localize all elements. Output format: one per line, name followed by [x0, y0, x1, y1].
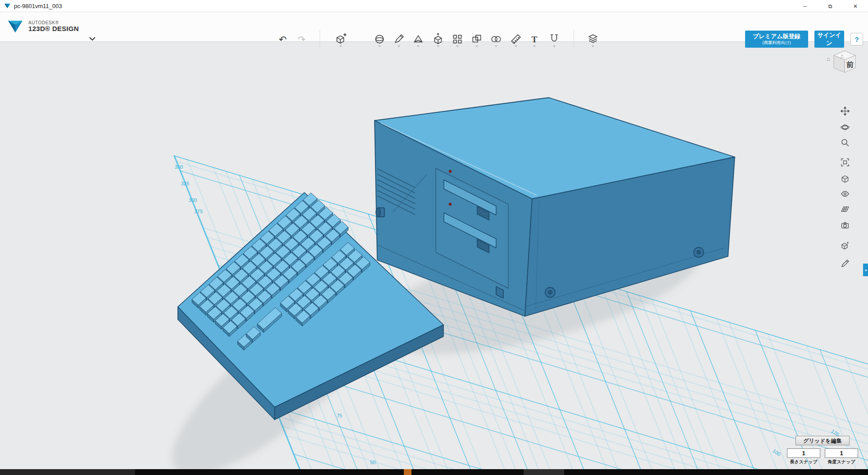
snap-button[interactable]: [546, 31, 562, 47]
grid-label: 75: [337, 413, 342, 418]
orbit-button[interactable]: [838, 121, 852, 134]
materials-grid-icon: [841, 205, 850, 214]
annotate-pencil-icon: [841, 259, 850, 268]
angle-snap-input[interactable]: [825, 448, 858, 458]
taskbar-app-icon: [404, 469, 411, 475]
minimize-button[interactable]: ─: [792, 0, 818, 12]
drive2-led: [449, 203, 452, 206]
construct-button[interactable]: [410, 31, 426, 47]
sketch-button[interactable]: [391, 31, 407, 47]
screenshot-button[interactable]: [838, 219, 852, 232]
shading-button[interactable]: [838, 172, 852, 186]
toolbar-separator: [320, 30, 320, 48]
shading-cube-icon: [841, 175, 850, 184]
angle-snap-label: 角度スナップ: [825, 459, 858, 465]
os-taskbar[interactable]: [0, 469, 868, 475]
grid-label: 275: [194, 209, 203, 214]
combine-icon: [490, 33, 502, 45]
grid-label: 325: [181, 181, 189, 186]
add-primitive-button[interactable]: [333, 31, 349, 47]
grouping-button[interactable]: [469, 31, 485, 47]
annotate-button[interactable]: [838, 257, 852, 270]
pan-icon: [841, 107, 850, 116]
premium-sublabel: (商業利用向け): [745, 40, 808, 45]
drive1-led: [449, 170, 452, 173]
main-toolbar: AUTODESK® 123D® DESIGN ↶ ↷: [0, 12, 868, 42]
signin-button[interactable]: サインイン: [814, 31, 844, 48]
pattern-button[interactable]: [449, 31, 466, 47]
orbit-icon: [841, 123, 850, 132]
brand-product-label: 123D® DESIGN: [28, 25, 79, 32]
redo-icon: ↷: [298, 35, 306, 44]
length-snap-input[interactable]: [787, 448, 820, 458]
measure-icon: [510, 33, 522, 45]
primitives-button[interactable]: [371, 31, 388, 47]
undo-icon: ↶: [279, 35, 287, 44]
menu-chevron-icon[interactable]: [89, 37, 95, 41]
zoom-button[interactable]: [838, 136, 852, 149]
text-icon: T: [529, 33, 540, 45]
render-icon: [841, 241, 850, 250]
grid-label: 300: [189, 197, 197, 203]
grid-label: 350: [175, 164, 183, 170]
construct-icon: [412, 33, 424, 45]
taskbar-segment: [524, 469, 564, 475]
123d-logo-icon: [6, 18, 24, 36]
close-button[interactable]: ✕: [843, 0, 868, 12]
home-icon[interactable]: ⌂: [827, 55, 830, 62]
text-button[interactable]: T: [526, 31, 542, 47]
zoom-fit-button[interactable]: [838, 156, 852, 169]
panel-collapse-tab[interactable]: ◄: [863, 264, 868, 276]
material-layers-icon: [587, 33, 599, 45]
window-title: pc-9801vm11_003: [14, 3, 62, 9]
snap-magnet-icon: [548, 33, 560, 45]
toolbar-separator: [574, 30, 574, 48]
view-cube[interactable]: ⌂ 上 前: [826, 48, 862, 81]
visibility-button[interactable]: [838, 187, 852, 201]
premium-label: プレミアム版登録: [745, 33, 808, 40]
app-icon: [4, 3, 11, 9]
3d-viewport[interactable]: 350 325 300 275 75 50 125 100: [0, 42, 868, 469]
sketch-pencil-icon: [393, 33, 405, 45]
zoom-icon: [841, 138, 850, 147]
restore-button[interactable]: ⧉: [818, 0, 843, 12]
help-button[interactable]: ?: [850, 33, 863, 45]
svg-text:T: T: [531, 35, 537, 44]
pattern-icon: [452, 33, 463, 45]
zoom-fit-icon: [841, 158, 850, 167]
grid-label: 50: [370, 460, 375, 465]
redo-button[interactable]: ↷: [294, 31, 310, 47]
camera-icon: [841, 221, 850, 230]
add-primitive-icon: [335, 33, 347, 45]
modify-icon: [432, 33, 444, 45]
undo-button[interactable]: ↶: [275, 31, 291, 47]
material-button[interactable]: [585, 31, 601, 47]
render-button[interactable]: [838, 239, 852, 252]
premium-register-button[interactable]: プレミアム版登録 (商業利用向け): [745, 31, 808, 48]
measure-button[interactable]: [508, 31, 524, 47]
length-snap-label: 長さスナップ: [787, 459, 820, 465]
brand-block: AUTODESK® 123D® DESIGN: [6, 18, 79, 36]
title-bar: pc-9801vm11_003 ─ ⧉ ✕: [0, 0, 868, 12]
materials-button[interactable]: [838, 202, 852, 216]
pan-button[interactable]: [838, 104, 852, 118]
combine-button[interactable]: [488, 31, 504, 47]
edit-grid-button[interactable]: グリッドを編集: [796, 436, 850, 445]
taskbar-segment: [0, 469, 135, 475]
scene-canvas: [0, 42, 868, 469]
viewcube-front-label: 前: [846, 61, 854, 68]
primitives-icon: [374, 33, 385, 45]
modify-button[interactable]: [430, 31, 446, 47]
grouping-icon: [471, 33, 483, 45]
viewcube-top-label: 上: [839, 54, 844, 58]
eye-icon: [841, 189, 850, 198]
grid-edit-panel: グリッドを編集 長さスナップ 角度スナップ: [787, 436, 858, 465]
